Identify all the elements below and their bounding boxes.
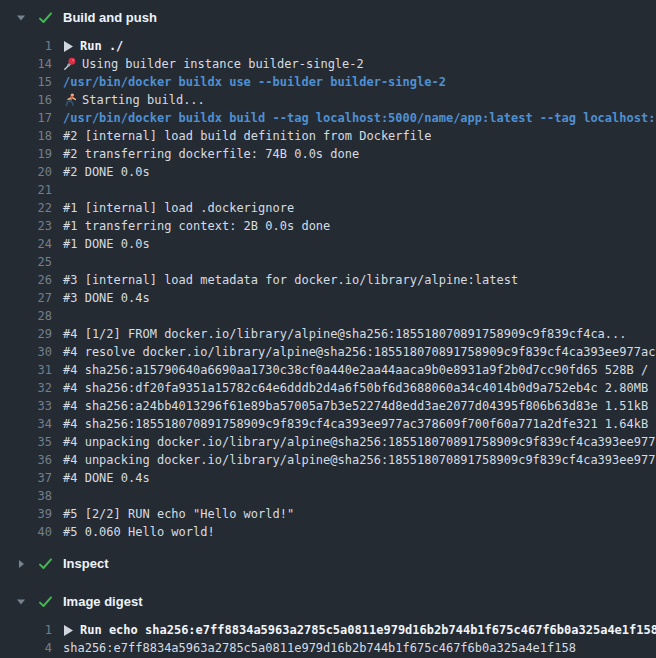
line-content: #4 sha256:df20fa9351a15782c64e6dddb2d4a6…	[52, 379, 656, 397]
line-number[interactable]: 1	[0, 621, 52, 639]
line-number[interactable]: 23	[0, 217, 52, 235]
line-text: #1 DONE 0.0s	[63, 235, 150, 253]
section-header[interactable]: Inspect	[0, 551, 656, 577]
log-line: 37#4 DONE 0.4s	[0, 469, 656, 487]
line-content: #3 [internal] load metadata for docker.i…	[52, 271, 518, 289]
line-content: /usr/bin/docker buildx build --tag local…	[52, 109, 656, 127]
line-content: #1 DONE 0.0s	[52, 235, 150, 253]
line-text: /usr/bin/docker buildx build --tag local…	[63, 109, 656, 127]
line-content: #4 [1/2] FROM docker.io/library/alpine@s…	[52, 325, 627, 343]
line-number[interactable]: 37	[0, 469, 52, 487]
check-icon	[37, 10, 54, 26]
check-icon	[37, 594, 54, 610]
chevron-right-icon[interactable]	[16, 559, 28, 569]
line-content: #4 sha256:a15790640a6690aa1730c38cf0a440…	[52, 361, 656, 379]
line-number[interactable]: 14	[0, 55, 52, 73]
line-number[interactable]: 17	[0, 109, 52, 127]
line-number[interactable]: 28	[0, 307, 52, 325]
runner-icon	[63, 93, 77, 107]
line-text: Run ./	[80, 37, 123, 55]
line-content: Run echo sha256:e7ff8834a5963a2785c5a081…	[52, 621, 656, 639]
pushpin-icon	[63, 57, 77, 71]
line-number[interactable]: 33	[0, 397, 52, 415]
log-line: 1Run echo sha256:e7ff8834a5963a2785c5a08…	[0, 621, 656, 639]
section-title: Build and push	[63, 9, 157, 27]
line-content: #4 unpacking docker.io/library/alpine@sh…	[52, 451, 656, 469]
log-line: 23#1 transferring context: 2B 0.0s done	[0, 217, 656, 235]
log-line: 31#4 sha256:a15790640a6690aa1730c38cf0a4…	[0, 361, 656, 379]
log-line: 26#3 [internal] load metadata for docker…	[0, 271, 656, 289]
log-viewer: Build and push1Run ./14Using builder ins…	[0, 0, 656, 658]
line-number[interactable]: 32	[0, 379, 52, 397]
line-number[interactable]: 1	[0, 37, 52, 55]
line-number[interactable]: 38	[0, 487, 52, 505]
line-number[interactable]: 19	[0, 145, 52, 163]
line-content: sha256:e7ff8834a5963a2785c5a0811e979d16b…	[52, 639, 576, 657]
line-number[interactable]: 21	[0, 181, 52, 199]
line-number[interactable]: 31	[0, 361, 52, 379]
log-line: 30#4 resolve docker.io/library/alpine@sh…	[0, 343, 656, 361]
log-line: 20#2 DONE 0.0s	[0, 163, 656, 181]
chevron-down-icon[interactable]	[16, 597, 28, 607]
line-text: #3 DONE 0.4s	[63, 289, 150, 307]
line-number[interactable]: 30	[0, 343, 52, 361]
chevron-down-icon[interactable]	[16, 13, 28, 23]
log-line: 19#2 transferring dockerfile: 74B 0.0s d…	[0, 145, 656, 163]
line-text: #4 sha256:185518070891758909c9f839cf4ca3…	[63, 415, 656, 433]
log-line: 35#4 unpacking docker.io/library/alpine@…	[0, 433, 656, 451]
log-line: 22#1 [internal] load .dockerignore	[0, 199, 656, 217]
section-image-digest: Image digest1Run echo sha256:e7ff8834a59…	[0, 589, 656, 658]
log-line: 36#4 unpacking docker.io/library/alpine@…	[0, 451, 656, 469]
line-number[interactable]: 25	[0, 253, 52, 271]
section-header[interactable]: Image digest	[0, 589, 656, 615]
play-icon[interactable]	[64, 41, 73, 52]
line-text: #2 DONE 0.0s	[63, 163, 150, 181]
line-number[interactable]: 36	[0, 451, 52, 469]
log-line: 33#4 sha256:a24bb4013296f61e89ba57005a7b…	[0, 397, 656, 415]
line-number[interactable]: 35	[0, 433, 52, 451]
line-number[interactable]: 4	[0, 639, 52, 657]
line-number[interactable]: 20	[0, 163, 52, 181]
line-content: #2 transferring dockerfile: 74B 0.0s don…	[52, 145, 359, 163]
line-content: /usr/bin/docker buildx use --builder bui…	[52, 73, 446, 91]
line-number[interactable]: 39	[0, 505, 52, 523]
line-number[interactable]: 16	[0, 91, 52, 109]
line-content: #1 [internal] load .dockerignore	[52, 199, 294, 217]
line-text: #4 unpacking docker.io/library/alpine@sh…	[63, 433, 656, 451]
line-text: #4 DONE 0.4s	[63, 469, 150, 487]
line-number[interactable]: 26	[0, 271, 52, 289]
line-text: #4 [1/2] FROM docker.io/library/alpine@s…	[63, 325, 627, 343]
section-title: Image digest	[63, 593, 142, 611]
log-line: 16Starting build...	[0, 91, 656, 109]
line-content: #2 DONE 0.0s	[52, 163, 150, 181]
line-number[interactable]: 29	[0, 325, 52, 343]
log-line: 39#5 [2/2] RUN echo "Hello world!"	[0, 505, 656, 523]
section-log-body: 1Run ./14Using builder instance builder-…	[0, 31, 656, 547]
section-header[interactable]: Build and push	[0, 5, 656, 31]
line-number[interactable]: 22	[0, 199, 52, 217]
line-text: #3 [internal] load metadata for docker.i…	[63, 271, 518, 289]
line-text: #1 transferring context: 2B 0.0s done	[63, 217, 330, 235]
line-number[interactable]: 27	[0, 289, 52, 307]
line-content: #4 resolve docker.io/library/alpine@sha2…	[52, 343, 656, 361]
line-text: #4 unpacking docker.io/library/alpine@sh…	[63, 451, 656, 469]
line-text: #5 0.060 Hello world!	[63, 523, 215, 541]
line-text: #2 transferring dockerfile: 74B 0.0s don…	[63, 145, 359, 163]
line-number[interactable]: 34	[0, 415, 52, 433]
line-number[interactable]: 18	[0, 127, 52, 145]
line-number[interactable]: 24	[0, 235, 52, 253]
log-line: 14Using builder instance builder-single-…	[0, 55, 656, 73]
log-line: 18#2 [internal] load build definition fr…	[0, 127, 656, 145]
line-text: Using builder instance builder-single-2	[82, 55, 364, 73]
line-number[interactable]: 15	[0, 73, 52, 91]
section-log-body: 1Run echo sha256:e7ff8834a5963a2785c5a08…	[0, 615, 656, 658]
section-build-and-push: Build and push1Run ./14Using builder ins…	[0, 5, 656, 547]
line-content: #4 unpacking docker.io/library/alpine@sh…	[52, 433, 656, 451]
line-content: #5 0.060 Hello world!	[52, 523, 215, 541]
line-content: #1 transferring context: 2B 0.0s done	[52, 217, 330, 235]
line-number[interactable]: 40	[0, 523, 52, 541]
line-content: #4 sha256:185518070891758909c9f839cf4ca3…	[52, 415, 656, 433]
play-icon[interactable]	[64, 625, 73, 636]
log-line: 28	[0, 307, 656, 325]
line-text: #2 [internal] load build definition from…	[63, 127, 431, 145]
